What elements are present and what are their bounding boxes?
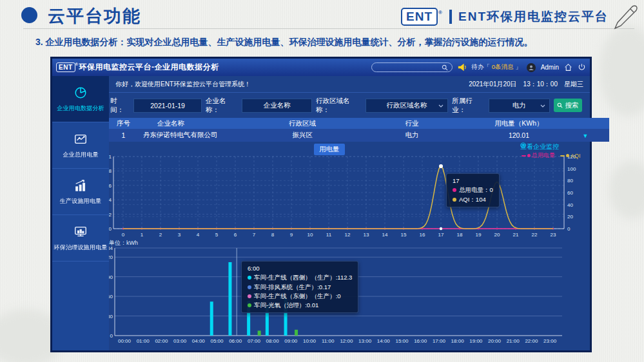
tooltip-dot xyxy=(453,198,456,202)
legend-dot xyxy=(527,154,531,157)
horn-icon[interactable] xyxy=(458,63,467,71)
right-axis-tick: 60 xyxy=(567,190,573,196)
legend-dash xyxy=(560,155,565,157)
x-axis-tick: 15 xyxy=(401,232,407,238)
filter-input[interactable]: 2021-01-19 xyxy=(133,99,202,113)
x-axis-tick: 18:00 xyxy=(451,338,465,344)
y-axis-tick: 0 xyxy=(110,333,113,339)
bar xyxy=(258,330,261,336)
chart-legend: 总用电量AQI xyxy=(522,151,581,160)
sidebar-item-label: 企业用电数据分析 xyxy=(57,104,104,112)
legend-label: AQI xyxy=(571,153,581,159)
todo-badge[interactable]: 待办「 0条消息 」 xyxy=(472,63,522,71)
right-axis-tick: 80 xyxy=(567,178,573,184)
legend-item[interactable]: AQI xyxy=(560,151,581,160)
x-axis-tick: 06:00 xyxy=(229,338,242,344)
tooltip-text: 车间-光氧（治理）:0.01 xyxy=(254,301,318,309)
x-axis-tick: 20 xyxy=(494,232,500,238)
x-axis-tick: 3 xyxy=(178,232,181,238)
tooltip-text: AQI：104 xyxy=(459,196,486,203)
x-axis-tick: 18 xyxy=(457,232,463,238)
x-axis-tick: 12 xyxy=(345,232,351,238)
slide-subtitle: 3. 企业用电数据分析：实现对企业总用电量、生产设施用电量、环保治理设施用电量统… xyxy=(35,37,533,48)
x-axis-tick: 13 xyxy=(364,232,369,238)
filter-select[interactable]: 行政区域名称 xyxy=(366,99,449,113)
x-axis-tick: 13:00 xyxy=(358,338,372,344)
expand-row-icon[interactable]: ▼ xyxy=(583,133,589,139)
home-icon[interactable] xyxy=(564,63,572,71)
column-header: 序号 xyxy=(109,118,138,129)
x-axis-tick: 19 xyxy=(476,232,482,238)
brand-separator xyxy=(449,10,452,24)
x-axis-tick: 2 xyxy=(159,232,162,238)
filter-value: 2021-01-19 xyxy=(150,102,185,110)
tooltip-item: 车间-排风系统（生产）:0.17 xyxy=(248,283,352,292)
x-axis-tick: 14:00 xyxy=(377,338,391,344)
power-icon[interactable] xyxy=(578,63,586,71)
right-axis-tick: 100 xyxy=(567,166,576,172)
tooltip-item: 车间-生产线（西侧）（生产）:112.3 xyxy=(248,273,352,282)
table-cell: 120.01 xyxy=(476,129,561,142)
table-cell: 丹东伊诺特电气有限公司 xyxy=(138,129,257,142)
right-axis-tick: 40 xyxy=(567,202,573,208)
charts-area: 10.80.60.40.2012010080604020001234567891… xyxy=(109,142,590,350)
x-axis-tick: 16 xyxy=(420,232,425,238)
x-axis-tick: 7 xyxy=(253,232,256,238)
sidebar-item-4[interactable]: 环保治理设施用电量 xyxy=(52,215,109,262)
table-row[interactable]: 1丹东伊诺特电气有限公司振兴区电力120.01▼ xyxy=(109,129,609,142)
right-axis-tick: 0 xyxy=(567,226,571,232)
pie-chart-icon xyxy=(73,86,88,100)
x-axis-tick: 14 xyxy=(382,232,388,238)
x-axis-tick: 04:00 xyxy=(192,338,206,344)
username[interactable]: Admin xyxy=(541,64,559,71)
left-axis-tick: 0 xyxy=(109,226,112,232)
search-icon xyxy=(442,64,448,71)
usage-tab-button[interactable]: 用电量 xyxy=(314,144,345,155)
x-axis-tick: 15:00 xyxy=(395,338,409,344)
search-icon xyxy=(557,102,563,108)
x-axis-tick: 01:00 xyxy=(137,338,150,344)
legend-item[interactable]: 总用电量 xyxy=(522,151,555,160)
tooltip-title: 6:00 xyxy=(248,264,352,273)
y-axis-tick: 90 xyxy=(109,274,113,280)
filter-select[interactable]: 电力 xyxy=(489,99,550,113)
tooltip-dot xyxy=(248,276,251,280)
x-axis-tick: 08:00 xyxy=(266,338,280,344)
left-axis-tick: 0.2 xyxy=(109,212,112,218)
sidebar-item-3[interactable]: 生产设施用电量 xyxy=(52,169,109,215)
tooltip-item: 车间-生产线（东侧）（生产）:0 xyxy=(248,292,352,301)
tooltip-dot xyxy=(453,188,456,192)
filter-label: 企业名称： xyxy=(206,97,238,115)
x-axis-tick: 20:00 xyxy=(488,338,502,344)
unit-label: 单位：kWh xyxy=(109,239,138,247)
tooltip-text: 车间-生产线（东侧）（生产）:0 xyxy=(254,292,341,300)
x-axis-tick: 21:00 xyxy=(507,338,520,344)
right-axis-tick: 20 xyxy=(567,214,573,220)
left-axis-tick: 0.4 xyxy=(109,197,112,203)
topbar-search-input[interactable] xyxy=(371,62,453,72)
x-axis-tick: 07:00 xyxy=(248,338,261,344)
search-button[interactable]: 搜索 xyxy=(554,99,582,112)
tooltip-text: 总用电量：0 xyxy=(459,186,493,193)
view-monitor-link[interactable]: 查看企业监控 xyxy=(520,142,559,151)
bar-chart-tooltip: 6:00车间-生产线（西侧）（生产）:112.3车间-排风系统（生产）:0.17… xyxy=(241,261,358,313)
x-axis-tick: 00:00 xyxy=(118,338,132,344)
tooltip-dot xyxy=(248,294,251,298)
sidebar-item-1[interactable]: 企业用电数据分析 xyxy=(52,76,109,122)
column-header: 用电量（KWh） xyxy=(476,118,561,129)
company-table: 序号企业名称行政区域行业用电量（KWh） 1丹东伊诺特电气有限公司振兴区电力12… xyxy=(109,118,609,142)
avatar[interactable] xyxy=(527,63,536,72)
sidebar-item-label: 企业总用电量 xyxy=(63,150,98,158)
sidebar-item-label: 生产设施用电量 xyxy=(60,196,101,205)
person-icon xyxy=(528,64,534,71)
filter-bar: 时间：2021-01-19企业名称：企业名称行政区域名称：行政区域名称所属行业：… xyxy=(109,93,590,118)
filter-input[interactable]: 企业名称 xyxy=(242,99,312,113)
filter-label: 时间： xyxy=(110,97,130,115)
sidebar-item-2[interactable]: 企业总用电量 xyxy=(52,122,109,169)
chevron-down-icon xyxy=(540,104,545,108)
monitor-eye-icon xyxy=(520,142,526,148)
left-axis-tick: 0.6 xyxy=(109,183,112,189)
x-axis-tick: 17:00 xyxy=(433,338,446,344)
welcome-text: 你好，欢迎使用ENT环保监控云平台管理系统！ xyxy=(115,80,251,89)
table-cell: 1 xyxy=(109,129,138,142)
